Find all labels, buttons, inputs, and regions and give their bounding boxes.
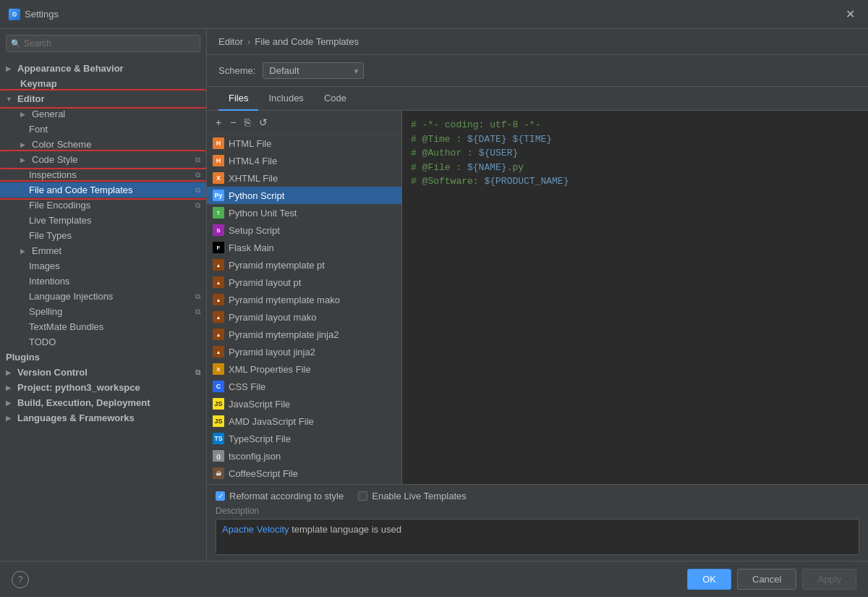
breadcrumb-separator: ›: [247, 36, 250, 47]
remove-template-button[interactable]: −: [227, 115, 239, 130]
breadcrumb-parent: Editor: [218, 36, 243, 47]
scheme-row: Scheme: Default ▼: [207, 55, 868, 87]
title-bar: ⚙ Settings ✕: [0, 0, 868, 29]
description-rest: template language is used: [289, 524, 401, 535]
live-templates-checkbox[interactable]: [358, 491, 367, 501]
sidebar-item-file-types[interactable]: File Types: [0, 228, 206, 243]
copy-template-button[interactable]: ⎘: [242, 115, 253, 130]
tab-includes[interactable]: Includes: [258, 87, 313, 111]
sidebar-item-emmet[interactable]: ▶ Emmet: [0, 243, 206, 258]
json-icon: {}: [213, 450, 224, 462]
reformat-checkbox-label[interactable]: ✓ Reformat according to style: [216, 491, 344, 501]
reset-template-button[interactable]: ↺: [256, 115, 271, 130]
search-input[interactable]: [6, 35, 200, 52]
list-item[interactable]: ▲ Pyramid mytemplate mako: [207, 291, 401, 308]
ok-button[interactable]: OK: [687, 569, 731, 590]
sidebar-item-todo[interactable]: TODO: [0, 334, 206, 350]
list-item[interactable]: ▲ Pyramid layout mako: [207, 308, 401, 326]
sidebar-item-lang-injections[interactable]: Language Injections ⧉: [0, 289, 206, 304]
sidebar-item-color-scheme[interactable]: ▶ Color Scheme: [0, 137, 206, 152]
sidebar-item-file-encodings[interactable]: File Encodings ⧉: [0, 198, 206, 213]
list-item-python-script[interactable]: Py Python Script: [207, 187, 401, 204]
search-box: 🔍: [0, 29, 206, 58]
list-item[interactable]: H HTML File: [207, 135, 401, 152]
sidebar-item-label: Keymap: [20, 78, 57, 89]
sidebar-item-label: Appearance & Behavior: [17, 63, 124, 74]
scheme-dropdown[interactable]: Default: [263, 62, 364, 79]
sidebar-item-inspections[interactable]: Inspections ⧉: [0, 167, 206, 182]
coffee-icon: ☕: [213, 467, 224, 479]
file-item-label: TypeScript File: [229, 433, 291, 444]
list-item[interactable]: ▲ Pyramid layout jinja2: [207, 343, 401, 360]
list-item[interactable]: C CSS File: [207, 378, 401, 395]
copy-icon: ⧉: [195, 292, 200, 301]
copy-icon: ⧉: [195, 171, 200, 179]
sidebar-item-code-style[interactable]: ▶ Code Style ⧉: [0, 152, 206, 167]
content-area: Editor › File and Code Templates Scheme:…: [207, 29, 868, 561]
code-line: # @Time : ${DATE} ${TIME}: [411, 132, 859, 147]
list-item[interactable]: S Setup Script: [207, 221, 401, 239]
code-area[interactable]: # -*- coding: utf-8 -*- # @Time : ${DATE…: [402, 111, 868, 484]
sidebar-item-spelling[interactable]: Spelling ⧉: [0, 304, 206, 319]
close-button[interactable]: ✕: [841, 6, 859, 22]
sidebar-item-build[interactable]: ▶ Build, Execution, Deployment: [0, 395, 206, 410]
xhtml-file-icon: X: [213, 172, 224, 184]
list-item[interactable]: ▲ Pyramid mytemplate pt: [207, 256, 401, 274]
list-item[interactable]: X XML Properties File: [207, 360, 401, 378]
sidebar-item-editor[interactable]: ▼ Editor: [0, 91, 206, 106]
list-item[interactable]: {} tsconfig.json: [207, 447, 401, 465]
help-button[interactable]: ?: [12, 571, 29, 588]
scheme-dropdown-wrap: Default ▼: [263, 62, 364, 79]
apache-velocity-link[interactable]: Apache Velocity: [222, 524, 289, 535]
sidebar-item-font[interactable]: Font: [0, 122, 206, 137]
sidebar-item-project[interactable]: ▶ Project: python3_workspce: [0, 380, 206, 395]
sidebar-item-plugins[interactable]: Plugins: [0, 350, 206, 365]
sidebar-item-live-templates[interactable]: Live Templates: [0, 213, 206, 228]
apply-button[interactable]: Apply: [802, 569, 856, 590]
sidebar-item-label: Code Style: [32, 154, 78, 165]
sidebar-tree: ▶ Appearance & Behavior Keymap ▼ Editor …: [0, 58, 206, 561]
add-template-button[interactable]: +: [213, 115, 224, 130]
list-item[interactable]: F Flask Main: [207, 239, 401, 256]
sidebar-item-appearance[interactable]: ▶ Appearance & Behavior: [0, 61, 206, 76]
amd-js-icon: JS: [213, 415, 224, 427]
list-item[interactable]: TS TypeScript File: [207, 430, 401, 447]
sidebar-item-lang-frameworks[interactable]: ▶ Languages & Frameworks: [0, 410, 206, 425]
copy-icon: ⧉: [195, 308, 200, 316]
sidebar-item-file-code-templates[interactable]: File and Code Templates ⧉: [0, 182, 206, 198]
list-item[interactable]: ▲ Pyramid mytemplate jinja2: [207, 326, 401, 343]
arrow-icon: ▶: [6, 415, 14, 422]
sidebar-item-label: TextMate Bundles: [29, 321, 103, 332]
sidebar-item-label: Inspections: [29, 169, 77, 180]
pyramid-icon: ▲: [213, 311, 224, 323]
sidebar-item-label: Project: python3_workspce: [17, 382, 140, 393]
list-item[interactable]: H HTML4 File: [207, 152, 401, 169]
sidebar-item-textmate[interactable]: TextMate Bundles: [0, 319, 206, 334]
tab-code[interactable]: Code: [314, 87, 357, 111]
sidebar-item-label: TODO: [29, 336, 56, 347]
list-item[interactable]: JS AMD JavaScript File: [207, 412, 401, 430]
sidebar-item-keymap[interactable]: Keymap: [0, 76, 206, 91]
code-editor-panel: # -*- coding: utf-8 -*- # @Time : ${DATE…: [402, 111, 868, 484]
tabs-row: Files Includes Code: [207, 87, 868, 111]
pyramid-icon: ▲: [213, 346, 224, 357]
file-item-label: Pyramid layout mako: [229, 312, 316, 323]
files-panel: + − ⎘ ↺ H HTML File H: [207, 111, 868, 561]
reformat-checkbox[interactable]: ✓: [216, 491, 225, 501]
file-item-label: tsconfig.json: [229, 451, 281, 462]
sidebar-item-general[interactable]: ▶ General: [0, 106, 206, 122]
list-item[interactable]: ▲ Pyramid layout pt: [207, 274, 401, 291]
sidebar-item-version-control[interactable]: ▶ Version Control ⧉: [0, 365, 206, 380]
list-item[interactable]: T Python Unit Test: [207, 204, 401, 221]
sidebar-item-label: Plugins: [6, 352, 40, 363]
list-item[interactable]: JS JavaScript File: [207, 395, 401, 412]
live-templates-checkbox-label[interactable]: Enable Live Templates: [358, 491, 467, 501]
list-item[interactable]: X XHTML File: [207, 169, 401, 187]
sidebar-item-intentions[interactable]: Intentions: [0, 274, 206, 289]
sidebar-item-images[interactable]: Images: [0, 258, 206, 274]
bottom-options: ✓ Reformat according to style Enable Liv…: [207, 484, 868, 561]
cancel-button[interactable]: Cancel: [737, 569, 796, 590]
ts-icon: TS: [213, 433, 224, 444]
tab-files[interactable]: Files: [218, 87, 258, 111]
list-item[interactable]: ☕ CoffeeScript File: [207, 465, 401, 482]
